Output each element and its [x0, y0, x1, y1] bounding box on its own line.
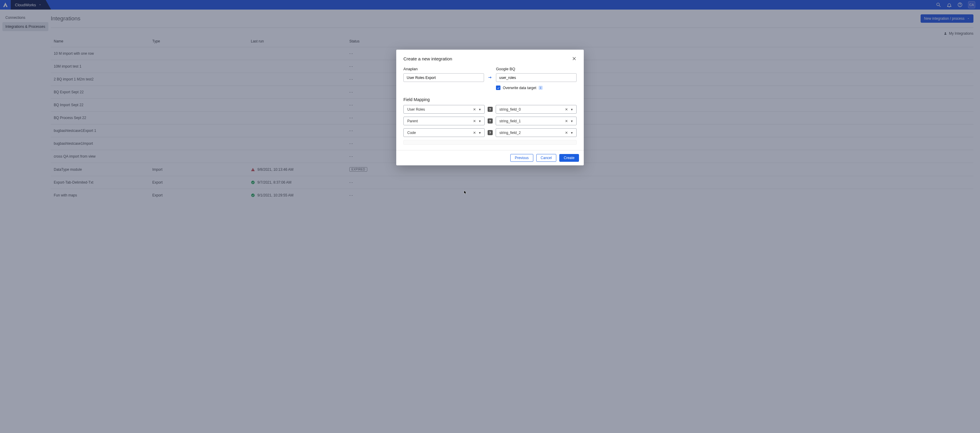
target-field-combo[interactable]: string_field_1✕▾ [496, 117, 577, 125]
clear-icon[interactable]: ✕ [564, 107, 569, 112]
bq-label: Google BQ [496, 67, 577, 71]
create-integration-modal: Create a new integration Anaplan Google … [396, 50, 584, 165]
chevron-down-icon[interactable]: ▾ [569, 131, 574, 135]
modal-body: Anaplan Google BQ Overwrite data target … [396, 64, 584, 150]
overwrite-checkbox[interactable] [496, 86, 500, 90]
target-field-combo[interactable]: string_field_0✕▾ [496, 105, 577, 113]
overwrite-row: Overwrite data target i [496, 86, 577, 90]
chevron-down-icon[interactable]: ▾ [569, 119, 574, 123]
create-button[interactable]: Create [559, 154, 579, 162]
field-mapping-title: Field Mapping [403, 97, 577, 102]
mapping-list: User Roles✕▾?string_field_0✕▾Parent✕▾?st… [403, 105, 577, 137]
check-icon [497, 86, 500, 89]
modal-footer: Previous Cancel Create [396, 150, 584, 165]
target-field-value: string_field_1 [500, 119, 564, 123]
source-field-value: Parent [407, 119, 472, 123]
arrow-right-icon [488, 75, 492, 80]
source-field-combo[interactable]: Parent✕▾ [403, 117, 485, 125]
help-icon[interactable]: ? [488, 130, 493, 135]
modal-header: Create a new integration [396, 50, 584, 64]
target-field-value: string_field_0 [500, 107, 564, 112]
anaplan-label: Anaplan [403, 67, 484, 71]
direction-arrow [487, 75, 493, 80]
bq-field: Google BQ [496, 67, 577, 82]
info-icon[interactable]: i [539, 86, 542, 90]
source-field-combo[interactable]: User Roles✕▾ [403, 105, 485, 113]
clear-icon[interactable]: ✕ [564, 119, 569, 123]
chevron-down-icon[interactable]: ▾ [569, 107, 574, 112]
modal-title: Create a new integration [403, 56, 452, 61]
modal-overlay[interactable]: Create a new integration Anaplan Google … [0, 0, 980, 433]
chevron-down-icon[interactable]: ▾ [477, 107, 482, 112]
previous-button[interactable]: Previous [510, 154, 533, 162]
clear-icon[interactable]: ✕ [472, 119, 477, 123]
bq-input[interactable] [496, 73, 577, 82]
mapping-row: Parent✕▾?string_field_1✕▾ [403, 117, 577, 125]
mapping-row: User Roles✕▾?string_field_0✕▾ [403, 105, 577, 113]
help-icon[interactable]: ? [488, 118, 493, 123]
source-field-combo[interactable]: Code✕▾ [403, 128, 485, 137]
clear-icon[interactable]: ✕ [564, 131, 569, 135]
target-field-combo[interactable]: string_field_2✕▾ [496, 128, 577, 137]
anaplan-input[interactable] [403, 73, 484, 82]
source-field-value: User Roles [407, 107, 472, 112]
chevron-down-icon[interactable]: ▾ [477, 131, 482, 135]
mapping-row: Code✕▾?string_field_2✕▾ [403, 128, 577, 137]
overwrite-label: Overwrite data target [503, 86, 536, 90]
target-field-value: string_field_2 [500, 131, 564, 135]
chevron-down-icon[interactable]: ▾ [477, 119, 482, 123]
help-icon[interactable]: ? [488, 107, 493, 112]
empty-mapping-row [403, 140, 577, 145]
close-icon[interactable] [572, 56, 577, 61]
clear-icon[interactable]: ✕ [472, 107, 477, 112]
source-target-row: Anaplan Google BQ [403, 67, 577, 82]
clear-icon[interactable]: ✕ [472, 131, 477, 135]
source-field-value: Code [407, 131, 472, 135]
anaplan-field: Anaplan [403, 67, 484, 82]
cancel-button[interactable]: Cancel [536, 154, 556, 162]
